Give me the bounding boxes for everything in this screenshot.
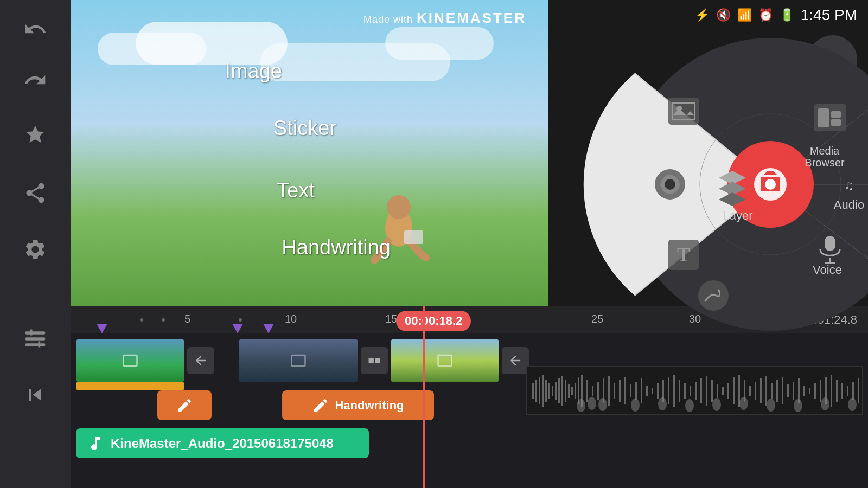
sticker-label: Sticker xyxy=(273,117,336,140)
audio-track-label: KineMaster_Audio_20150618175048 xyxy=(111,436,334,451)
svg-text:Browser: Browser xyxy=(805,157,845,169)
handwriting-track: Handwriting xyxy=(71,390,868,426)
ruler-5: 5 xyxy=(184,313,190,325)
radial-menu: T Media Browser Layer ♫ Audio Voice xyxy=(553,30,868,339)
watermark: Made with KINEMASTER xyxy=(363,10,526,27)
marker-2 xyxy=(232,324,243,333)
left-sidebar xyxy=(0,0,71,488)
image-label: Image xyxy=(225,60,282,83)
music-icon xyxy=(87,435,104,452)
handwriting-label: Handwriting xyxy=(282,236,391,259)
redo-button[interactable] xyxy=(11,59,60,102)
alarm-icon: ⏰ xyxy=(758,8,773,22)
svg-text:♫: ♫ xyxy=(844,178,854,192)
transition-2[interactable] xyxy=(361,347,388,374)
marker-3 xyxy=(263,324,274,333)
marker-1 xyxy=(97,324,107,333)
svg-rect-1 xyxy=(25,331,46,335)
battery-icon: 🔋 xyxy=(780,8,794,22)
clip-2[interactable] xyxy=(239,339,358,382)
audio-track[interactable]: KineMaster_Audio_20150618175048 xyxy=(76,428,369,458)
rewind-button[interactable] xyxy=(11,373,60,416)
transition-3[interactable] xyxy=(502,347,529,374)
svg-rect-27 xyxy=(831,119,841,126)
svg-rect-41 xyxy=(375,358,380,363)
handwriting-btn-1[interactable] xyxy=(157,390,212,420)
share-button[interactable] xyxy=(11,171,60,215)
svg-point-20 xyxy=(665,179,675,190)
text-label: Text xyxy=(277,179,315,202)
current-time-badge: 00:00:18.2 xyxy=(396,311,471,331)
handwriting-btn-2[interactable]: Handwriting xyxy=(282,390,434,420)
transition-1[interactable] xyxy=(187,347,214,374)
handwriting-btn-2-label: Handwriting xyxy=(335,399,404,413)
wifi-icon: 📶 xyxy=(737,8,752,22)
svg-text:Layer: Layer xyxy=(723,209,752,222)
svg-point-5 xyxy=(387,195,411,219)
current-time: 1:45 PM xyxy=(801,7,857,24)
video-preview: Made with KINEMASTER Image Sticker Text … xyxy=(71,0,548,309)
undo-button[interactable] xyxy=(11,8,60,51)
yellow-progress-bar xyxy=(76,382,184,390)
bluetooth-icon: ⚡ xyxy=(695,8,710,22)
effects-button[interactable] xyxy=(11,115,60,158)
adjust-tracks-button[interactable] xyxy=(11,317,60,360)
svg-text:Audio: Audio xyxy=(834,198,864,211)
svg-rect-26 xyxy=(831,111,841,118)
playhead-line xyxy=(423,306,425,488)
svg-rect-2 xyxy=(25,337,46,341)
svg-point-15 xyxy=(765,179,776,190)
svg-rect-25 xyxy=(818,108,829,127)
settings-button[interactable] xyxy=(11,228,60,271)
svg-text:T: T xyxy=(677,244,690,266)
svg-text:Media: Media xyxy=(810,145,840,157)
status-bar: ⚡ 🔇 📶 ⏰ 🔋 1:45 PM xyxy=(651,0,868,30)
svg-rect-36 xyxy=(825,236,835,251)
mute-icon: 🔇 xyxy=(716,8,731,22)
clip-3[interactable] xyxy=(391,339,499,382)
clip-1[interactable] xyxy=(76,339,184,382)
svg-rect-3 xyxy=(25,343,46,346)
video-track: 1.0x xyxy=(71,336,868,385)
svg-text:Voice: Voice xyxy=(813,263,842,277)
ruler-15: 15 xyxy=(385,313,397,325)
svg-rect-6 xyxy=(404,230,423,244)
ruler-10: 10 xyxy=(285,313,297,325)
svg-rect-40 xyxy=(369,358,374,363)
